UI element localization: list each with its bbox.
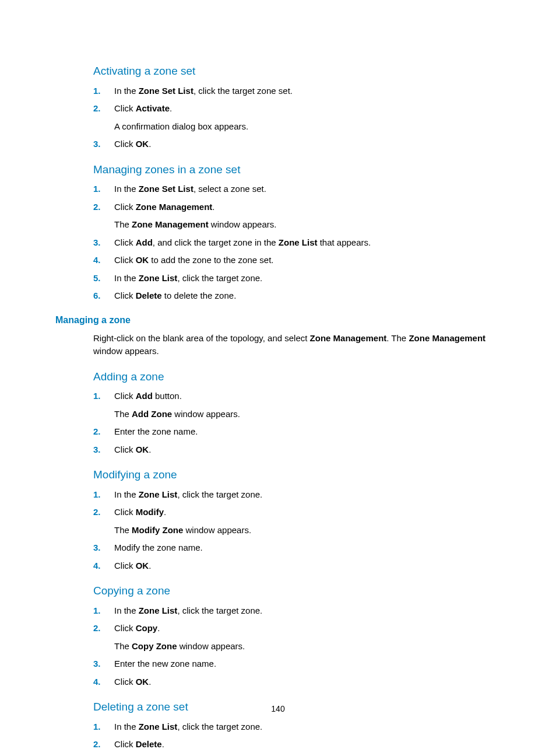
step-text: Click Delete to delete the zone. xyxy=(114,289,501,303)
list-item: 6. Click Delete to delete the zone. xyxy=(93,289,501,303)
steps-modifying-a-zone: 1. In the Zone List, click the target zo… xyxy=(93,488,501,573)
step-number: 4. xyxy=(93,254,114,267)
step-number: 1. xyxy=(93,488,114,502)
list-item: 1. In the Zone List, click the target zo… xyxy=(93,720,501,734)
list-item: 3. Click OK. xyxy=(93,443,501,457)
step-text: Click Copy. The Copy Zone window appears… xyxy=(114,622,501,653)
step-number: 1. xyxy=(93,85,114,98)
list-item: 3. Click OK. xyxy=(93,138,501,151)
step-number: 1. xyxy=(93,183,114,196)
list-item: 5. In the Zone List, click the target zo… xyxy=(93,272,501,285)
list-item: 4. Click OK. xyxy=(93,559,501,573)
step-text: Click OK. xyxy=(114,443,501,457)
step-number: 2. xyxy=(93,102,114,116)
step-text-line: Click Copy. xyxy=(114,623,160,633)
step-text-line: Click Activate. xyxy=(114,103,172,113)
steps-activating: 1. In the Zone Set List, click the targe… xyxy=(93,85,501,151)
list-item: 2. Click Delete. xyxy=(93,738,501,751)
step-text: In the Zone List, click the target zone. xyxy=(114,720,501,734)
step-text: In the Zone Set List, select a zone set. xyxy=(114,183,501,196)
step-text: Enter the new zone name. xyxy=(114,657,501,671)
step-text: Click OK. xyxy=(114,559,501,573)
list-item: 3. Click Add, and click the target zone … xyxy=(93,236,501,250)
step-text: In the Zone List, click the target zone. xyxy=(114,272,501,285)
list-item: 1. In the Zone List, click the target zo… xyxy=(93,604,501,618)
list-item: 1. In the Zone Set List, select a zone s… xyxy=(93,183,501,196)
step-number: 1. xyxy=(93,604,114,618)
step-number: 4. xyxy=(93,559,114,573)
step-text-line: Click Zone Management. xyxy=(114,202,215,212)
step-number: 3. xyxy=(93,236,114,250)
list-item: 1. In the Zone List, click the target zo… xyxy=(93,488,501,502)
step-subtext: The Zone Management window appears. xyxy=(114,218,501,232)
list-item: 2. Click Activate. A confirmation dialog… xyxy=(93,102,501,133)
steps-managing-zones-in-set: 1. In the Zone Set List, select a zone s… xyxy=(93,183,501,303)
list-item: 4. Click OK. xyxy=(93,676,501,689)
step-text: Modify the zone name. xyxy=(114,541,501,555)
steps-deleting-a-zone-set: 1. In the Zone List, click the target zo… xyxy=(93,720,501,751)
step-subtext: The Copy Zone window appears. xyxy=(114,640,501,653)
step-number: 4. xyxy=(93,676,114,689)
list-item: 2. Click Modify. The Modify Zone window … xyxy=(93,506,501,537)
heading-activating-zone-set: Activating a zone set xyxy=(93,63,501,80)
step-text-line: Click Add button. xyxy=(114,391,182,401)
content-area: Activating a zone set 1. In the Zone Set… xyxy=(93,63,501,303)
list-item: 1. Click Add button. The Add Zone window… xyxy=(93,390,501,421)
step-text: Click OK. xyxy=(114,138,501,151)
list-item: 2. Enter the zone name. xyxy=(93,425,501,439)
step-text: In the Zone List, click the target zone. xyxy=(114,488,501,502)
step-subtext: The Add Zone window appears. xyxy=(114,408,501,421)
step-number: 2. xyxy=(93,425,114,439)
step-number: 1. xyxy=(93,720,114,734)
step-text: Click Add, and click the target zone in … xyxy=(114,236,501,250)
heading-managing-zones-in-set: Managing zones in a zone set xyxy=(93,162,501,178)
step-number: 6. xyxy=(93,289,114,303)
list-item: 3. Enter the new zone name. xyxy=(93,657,501,671)
heading-modifying-a-zone: Modifying a zone xyxy=(93,467,501,484)
step-subtext: A confirmation dialog box appears. xyxy=(114,120,501,134)
step-text: In the Zone List, click the target zone. xyxy=(114,604,501,618)
step-number: 3. xyxy=(93,443,114,457)
step-text: Enter the zone name. xyxy=(114,425,501,439)
list-item: 1. In the Zone Set List, click the targe… xyxy=(93,85,501,98)
list-item: 4. Click OK to add the zone to the zone … xyxy=(93,254,501,267)
page-number: 140 xyxy=(0,703,556,715)
step-text: Click Modify. The Modify Zone window app… xyxy=(114,506,501,537)
step-subtext: The Modify Zone window appears. xyxy=(114,524,501,537)
step-number: 5. xyxy=(93,272,114,285)
step-text: Click Zone Management. The Zone Manageme… xyxy=(114,201,501,232)
step-text: Click OK. xyxy=(114,676,501,689)
step-number: 2. xyxy=(93,622,114,635)
steps-copying-a-zone: 1. In the Zone List, click the target zo… xyxy=(93,604,501,689)
step-text: In the Zone Set List, click the target z… xyxy=(114,85,501,98)
content-area-2: Right-click on the blank area of the top… xyxy=(93,332,501,751)
step-number: 2. xyxy=(93,201,114,214)
paragraph-managing-a-zone: Right-click on the blank area of the top… xyxy=(93,332,501,358)
step-text: Click Add button. The Add Zone window ap… xyxy=(114,390,501,421)
heading-copying-a-zone: Copying a zone xyxy=(93,583,501,600)
steps-adding-a-zone: 1. Click Add button. The Add Zone window… xyxy=(93,390,501,456)
step-number: 2. xyxy=(93,738,114,751)
heading-managing-a-zone: Managing a zone xyxy=(55,313,501,327)
step-text: Click Activate. A confirmation dialog bo… xyxy=(114,102,501,133)
page: Activating a zone set 1. In the Zone Set… xyxy=(0,0,556,756)
list-item: 2. Click Zone Management. The Zone Manag… xyxy=(93,201,501,232)
step-number: 3. xyxy=(93,541,114,555)
step-number: 1. xyxy=(93,390,114,403)
list-item: 2. Click Copy. The Copy Zone window appe… xyxy=(93,622,501,653)
step-number: 2. xyxy=(93,506,114,519)
step-text: Click OK to add the zone to the zone set… xyxy=(114,254,501,267)
step-text-line: Click Modify. xyxy=(114,507,166,517)
heading-adding-a-zone: Adding a zone xyxy=(93,369,501,386)
step-text: Click Delete. xyxy=(114,738,501,751)
list-item: 3. Modify the zone name. xyxy=(93,541,501,555)
step-number: 3. xyxy=(93,138,114,151)
step-number: 3. xyxy=(93,657,114,671)
